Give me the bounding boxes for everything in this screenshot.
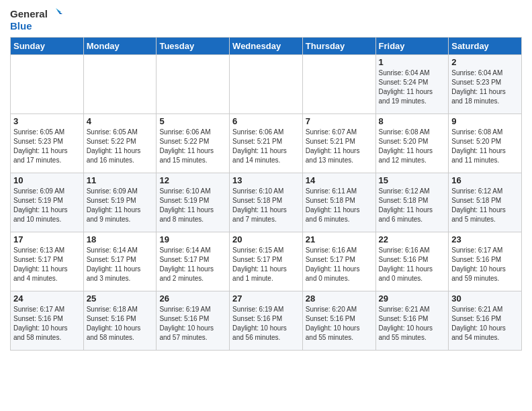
- day-info: Sunrise: 6:14 AMSunset: 5:17 PMDaylight:…: [87, 246, 154, 283]
- day-info: Sunrise: 6:08 AMSunset: 5:20 PMDaylight:…: [379, 128, 446, 165]
- day-number: 18: [87, 234, 154, 244]
- calendar-day-cell: 28Sunrise: 6:20 AMSunset: 5:16 PMDayligh…: [302, 291, 375, 351]
- weekday-header-wednesday: Wednesday: [230, 38, 303, 55]
- weekday-header-row: SundayMondayTuesdayWednesdayThursdayFrid…: [11, 38, 522, 55]
- day-number: 22: [379, 234, 446, 244]
- calendar-day-cell: 14Sunrise: 6:11 AMSunset: 5:18 PMDayligh…: [302, 173, 375, 232]
- day-info: Sunrise: 6:13 AMSunset: 5:17 PMDaylight:…: [13, 246, 81, 283]
- calendar-day-cell: 12Sunrise: 6:10 AMSunset: 5:19 PMDayligh…: [157, 173, 230, 232]
- calendar-day-cell: 8Sunrise: 6:08 AMSunset: 5:20 PMDaylight…: [375, 114, 449, 173]
- day-info: Sunrise: 6:18 AMSunset: 5:16 PMDaylight:…: [87, 305, 154, 342]
- day-info: Sunrise: 6:05 AMSunset: 5:22 PMDaylight:…: [87, 128, 154, 165]
- calendar-day-cell: [302, 55, 375, 114]
- calendar-day-cell: 22Sunrise: 6:16 AMSunset: 5:16 PMDayligh…: [375, 232, 449, 291]
- weekday-header-tuesday: Tuesday: [157, 38, 230, 55]
- calendar-day-cell: 1Sunrise: 6:04 AMSunset: 5:24 PMDaylight…: [375, 55, 449, 114]
- calendar-day-cell: 20Sunrise: 6:15 AMSunset: 5:17 PMDayligh…: [230, 232, 303, 291]
- day-info: Sunrise: 6:08 AMSunset: 5:20 PMDaylight:…: [451, 128, 519, 165]
- day-number: 24: [13, 293, 81, 304]
- day-info: Sunrise: 6:12 AMSunset: 5:18 PMDaylight:…: [451, 187, 519, 224]
- day-info: Sunrise: 6:04 AMSunset: 5:23 PMDaylight:…: [451, 68, 519, 106]
- calendar-day-cell: 19Sunrise: 6:14 AMSunset: 5:17 PMDayligh…: [157, 232, 230, 291]
- day-number: 17: [13, 234, 81, 244]
- day-info: Sunrise: 6:05 AMSunset: 5:23 PMDaylight:…: [13, 128, 81, 165]
- calendar-day-cell: [83, 55, 157, 114]
- calendar-day-cell: 5Sunrise: 6:06 AMSunset: 5:22 PMDaylight…: [157, 114, 230, 173]
- day-number: 26: [159, 293, 226, 304]
- day-info: Sunrise: 6:15 AMSunset: 5:17 PMDaylight:…: [232, 246, 300, 283]
- calendar-day-cell: 23Sunrise: 6:17 AMSunset: 5:16 PMDayligh…: [449, 232, 522, 291]
- calendar-day-cell: [230, 55, 303, 114]
- day-number: 4: [87, 116, 154, 126]
- calendar-day-cell: 7Sunrise: 6:07 AMSunset: 5:21 PMDaylight…: [302, 114, 375, 173]
- day-number: 10: [13, 175, 81, 185]
- calendar-day-cell: 26Sunrise: 6:19 AMSunset: 5:16 PMDayligh…: [157, 291, 230, 351]
- logo-blue-text: Blue: [10, 20, 32, 32]
- calendar-day-cell: 30Sunrise: 6:21 AMSunset: 5:16 PMDayligh…: [449, 291, 522, 351]
- day-info: Sunrise: 6:14 AMSunset: 5:17 PMDaylight:…: [159, 246, 226, 283]
- calendar-day-cell: 17Sunrise: 6:13 AMSunset: 5:17 PMDayligh…: [11, 232, 84, 291]
- calendar-day-cell: 16Sunrise: 6:12 AMSunset: 5:18 PMDayligh…: [449, 173, 522, 232]
- calendar-day-cell: 10Sunrise: 6:09 AMSunset: 5:19 PMDayligh…: [11, 173, 84, 232]
- day-number: 19: [159, 234, 226, 244]
- day-number: 14: [306, 175, 373, 185]
- day-number: 21: [306, 234, 373, 244]
- day-info: Sunrise: 6:09 AMSunset: 5:19 PMDaylight:…: [13, 187, 81, 224]
- day-number: 25: [87, 293, 154, 304]
- day-info: Sunrise: 6:19 AMSunset: 5:16 PMDaylight:…: [232, 305, 300, 342]
- day-number: 1: [379, 57, 446, 67]
- day-number: 12: [159, 175, 226, 185]
- calendar-day-cell: 3Sunrise: 6:05 AMSunset: 5:23 PMDaylight…: [11, 114, 84, 173]
- calendar-day-cell: 21Sunrise: 6:16 AMSunset: 5:17 PMDayligh…: [302, 232, 375, 291]
- weekday-header-sunday: Sunday: [11, 38, 84, 55]
- day-info: Sunrise: 6:11 AMSunset: 5:18 PMDaylight:…: [306, 187, 373, 224]
- calendar-week-row: 17Sunrise: 6:13 AMSunset: 5:17 PMDayligh…: [11, 232, 522, 291]
- calendar-week-row: 24Sunrise: 6:17 AMSunset: 5:16 PMDayligh…: [11, 291, 522, 351]
- calendar-day-cell: 9Sunrise: 6:08 AMSunset: 5:20 PMDaylight…: [449, 114, 522, 173]
- day-info: Sunrise: 6:21 AMSunset: 5:16 PMDaylight:…: [451, 305, 519, 342]
- day-info: Sunrise: 6:07 AMSunset: 5:21 PMDaylight:…: [306, 128, 373, 165]
- weekday-header-saturday: Saturday: [449, 38, 522, 55]
- day-info: Sunrise: 6:12 AMSunset: 5:18 PMDaylight:…: [379, 187, 446, 224]
- calendar-day-cell: 27Sunrise: 6:19 AMSunset: 5:16 PMDayligh…: [230, 291, 303, 351]
- day-info: Sunrise: 6:04 AMSunset: 5:24 PMDaylight:…: [379, 68, 446, 106]
- day-number: 29: [379, 293, 446, 304]
- day-info: Sunrise: 6:09 AMSunset: 5:19 PMDaylight:…: [87, 187, 154, 224]
- day-number: 30: [451, 293, 519, 304]
- day-number: 9: [451, 116, 519, 126]
- day-number: 15: [379, 175, 446, 185]
- day-number: 13: [232, 175, 300, 185]
- calendar-day-cell: 25Sunrise: 6:18 AMSunset: 5:16 PMDayligh…: [83, 291, 157, 351]
- day-info: Sunrise: 6:06 AMSunset: 5:22 PMDaylight:…: [159, 128, 226, 165]
- calendar-week-row: 3Sunrise: 6:05 AMSunset: 5:23 PMDaylight…: [11, 114, 522, 173]
- day-number: 2: [451, 57, 519, 67]
- day-number: 27: [232, 293, 300, 304]
- day-number: 11: [87, 175, 154, 185]
- calendar-table: SundayMondayTuesdayWednesdayThursdayFrid…: [10, 37, 522, 351]
- day-number: 8: [379, 116, 446, 126]
- page-header: General Blue: [10, 7, 522, 32]
- calendar-day-cell: [157, 55, 230, 114]
- calendar-week-row: 10Sunrise: 6:09 AMSunset: 5:19 PMDayligh…: [11, 173, 522, 232]
- day-number: 20: [232, 234, 300, 244]
- day-info: Sunrise: 6:17 AMSunset: 5:16 PMDaylight:…: [13, 305, 81, 342]
- day-info: Sunrise: 6:06 AMSunset: 5:21 PMDaylight:…: [232, 128, 300, 165]
- calendar-day-cell: 11Sunrise: 6:09 AMSunset: 5:19 PMDayligh…: [83, 173, 157, 232]
- day-number: 6: [232, 116, 300, 126]
- day-info: Sunrise: 6:20 AMSunset: 5:16 PMDaylight:…: [306, 305, 373, 342]
- day-info: Sunrise: 6:21 AMSunset: 5:16 PMDaylight:…: [379, 305, 446, 342]
- calendar-day-cell: 6Sunrise: 6:06 AMSunset: 5:21 PMDaylight…: [230, 114, 303, 173]
- day-info: Sunrise: 6:19 AMSunset: 5:16 PMDaylight:…: [159, 305, 226, 342]
- calendar-day-cell: 13Sunrise: 6:10 AMSunset: 5:18 PMDayligh…: [230, 173, 303, 232]
- svg-marker-1: [57, 10, 62, 14]
- day-info: Sunrise: 6:10 AMSunset: 5:18 PMDaylight:…: [232, 187, 300, 224]
- weekday-header-friday: Friday: [375, 38, 449, 55]
- logo-bird-icon: [49, 7, 62, 20]
- day-info: Sunrise: 6:10 AMSunset: 5:19 PMDaylight:…: [159, 187, 226, 224]
- day-number: 23: [451, 234, 519, 244]
- logo-general-text: General: [10, 8, 48, 19]
- weekday-header-monday: Monday: [83, 38, 157, 55]
- day-number: 5: [159, 116, 226, 126]
- day-number: 28: [306, 293, 373, 304]
- day-info: Sunrise: 6:16 AMSunset: 5:16 PMDaylight:…: [379, 246, 446, 283]
